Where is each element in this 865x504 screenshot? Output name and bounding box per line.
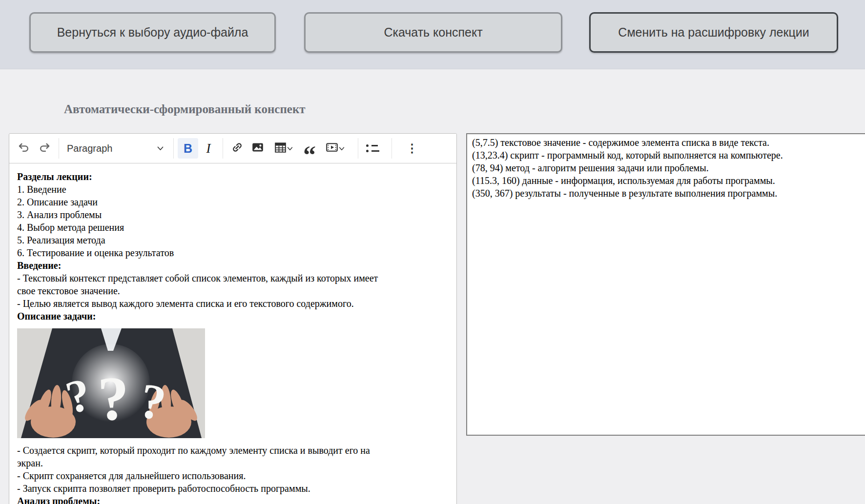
paragraph-style-label: Paragraph [67,143,112,154]
content-line: 1. Введение [17,183,449,196]
timestamp-line: (350, 367) результаты - полученные в рез… [472,187,865,200]
bulleted-list-button[interactable] [362,138,383,159]
topbar: Вернуться к выбору аудио-файла Скачать к… [0,0,865,69]
undo-button[interactable] [14,138,34,159]
insert-image-button[interactable] [247,138,268,159]
download-notes-button[interactable]: Скачать конспект [304,12,562,53]
content-line: - Запуск скрипта позволяет проверить раб… [17,482,449,495]
link-button[interactable] [227,138,247,159]
content-line: - Целью является вывод каждого элемента … [17,297,449,310]
table-icon [275,142,286,155]
content-line: - Скрипт сохраняется для дальнейшего исп… [17,469,449,482]
italic-button[interactable]: I [198,138,219,159]
image-icon [252,141,264,155]
paragraph-style-dropdown[interactable]: Paragraph [63,138,169,159]
section-heading: Разделы лекции: [17,170,449,183]
bulleted-list-icon [366,144,379,152]
editor-content[interactable]: Разделы лекции:1. Введение2. Описание за… [9,163,456,504]
chevron-down-icon [339,144,345,153]
timestamp-line: (5,7.5) текстовое значение - содержимое … [472,136,865,149]
block-quote-button[interactable]: “ [299,138,320,159]
timestamp-line: (78, 94) метод - алгоритм решения задачи… [472,161,865,174]
redo-button[interactable] [34,138,55,159]
toolbar-separator [391,138,392,159]
content-image-question-marks[interactable]: ? ? ? [17,328,205,438]
toolbar-separator [173,138,174,159]
content-line: экран. [17,457,449,469]
insert-table-button[interactable] [268,138,299,159]
content-line: - Создается скрипт, который проходит по … [17,444,449,457]
section-heading: Анализ проблемы: [17,495,449,504]
back-to-audio-select-button[interactable]: Вернуться к выбору аудио-файла [29,12,276,53]
section-heading: Описание задачи: [17,310,449,323]
bold-button[interactable]: B [178,138,198,159]
editor-toolbar: Paragraph B I [9,134,456,163]
undo-icon [18,141,30,156]
page: Вернуться к выбору аудио-файла Скачать к… [0,0,865,504]
content-line: 6. Тестирование и оценка результатов [17,246,449,259]
content-line: 2. Описание задачи [17,196,449,208]
page-title: Автоматически-сформированный конспект [64,102,306,116]
chevron-down-icon [287,144,293,153]
content-line: - Текстовый контекст представляет собой … [17,272,449,284]
timestamp-line: (13,23.4) скрипт - программный код, кото… [472,149,865,161]
timestamp-line: (115.3, 160) данные - информация, исполь… [472,174,865,187]
content-line: свое текстовое значение. [17,284,449,297]
switch-to-transcript-button[interactable]: Сменить на расшифровку лекции [589,12,838,53]
notes-editor: Paragraph B I [9,133,457,504]
toolbar-separator [358,138,358,159]
chevron-down-icon [157,144,164,153]
toolbar-separator [223,138,223,159]
content-line: 5. Реализация метода [17,234,449,246]
link-icon [231,141,243,155]
svg-text:?: ? [97,363,130,434]
timestamps-panel[interactable]: (5,7.5) текстовое значение - содержимое … [466,133,865,436]
content-line: 4. Выбор метода решения [17,221,449,234]
content-line: 3. Анализ проблемы [17,208,449,221]
more-options-button[interactable]: ⋮ [403,138,421,159]
media-icon [326,141,338,155]
redo-icon [38,141,51,156]
section-heading: Введение: [17,259,449,272]
insert-media-button[interactable] [320,138,351,159]
toolbar-separator [59,138,59,159]
